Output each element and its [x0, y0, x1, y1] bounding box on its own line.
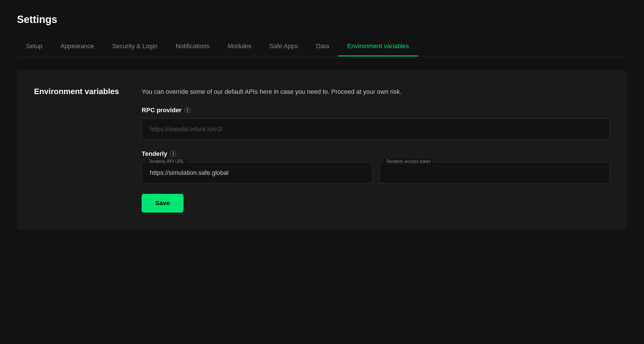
content-area: Environment variables You can override s…: [17, 70, 627, 230]
tab-security-login[interactable]: Security & Login: [103, 37, 167, 56]
tab-modules[interactable]: Modules: [219, 37, 260, 56]
description-text: You can override some of our default API…: [142, 87, 610, 96]
tenderly-label: Tenderly ℹ: [142, 150, 610, 158]
rpc-info-icon[interactable]: ℹ: [184, 107, 191, 113]
tenderly-api-url-wrapper: Tenderly API URL: [142, 162, 372, 184]
section-title: Environment variables: [34, 87, 119, 213]
tenderly-api-url-input[interactable]: [142, 162, 372, 184]
tab-setup[interactable]: Setup: [17, 37, 52, 56]
tab-environment-variables[interactable]: Environment variables: [338, 37, 418, 56]
tab-data[interactable]: Data: [307, 37, 338, 56]
tab-notifications[interactable]: Notifications: [167, 37, 219, 56]
tab-navigation: Setup Appearance Security & Login Notifi…: [17, 37, 627, 56]
tab-safe-apps[interactable]: Safe Apps: [260, 37, 307, 56]
rpc-provider-label: RPC provider ℹ: [142, 107, 610, 114]
rpc-provider-group: RPC provider ℹ: [142, 107, 610, 140]
page-title: Settings: [17, 14, 627, 26]
save-button[interactable]: Save: [142, 194, 183, 213]
tab-appearance[interactable]: Appearance: [52, 37, 103, 56]
tenderly-access-token-input[interactable]: [379, 162, 610, 184]
rpc-provider-input[interactable]: [142, 118, 610, 140]
tenderly-access-token-wrapper: Tenderly access token: [379, 162, 610, 184]
tenderly-group: Tenderly ℹ Tenderly API URL Tenderly acc…: [142, 150, 610, 184]
tenderly-fields: Tenderly API URL Tenderly access token: [142, 162, 610, 184]
section-content: You can override some of our default API…: [142, 87, 610, 213]
tenderly-info-icon[interactable]: ℹ: [170, 151, 176, 157]
